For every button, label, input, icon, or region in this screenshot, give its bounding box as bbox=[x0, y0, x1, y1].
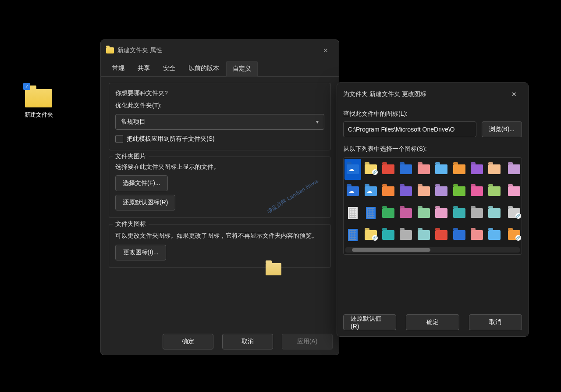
folder-picture-title: 文件夹图片 bbox=[113, 153, 149, 160]
icon-grid-container: 🔗🔗🔗🔗 bbox=[343, 157, 522, 255]
cancel-button[interactable]: 取消 bbox=[222, 334, 273, 349]
dialog-title: 为文件夹 新建文件夹 更改图标 bbox=[343, 90, 426, 98]
icon-option[interactable] bbox=[398, 181, 414, 202]
dialog-title: 新建文件夹 属性 bbox=[117, 46, 162, 54]
icon-option[interactable] bbox=[486, 225, 503, 246]
desktop-folder[interactable]: ✓ 新建文件夹 bbox=[21, 86, 56, 119]
icon-option[interactable] bbox=[486, 159, 503, 180]
icon-option[interactable] bbox=[451, 181, 467, 202]
icon-option[interactable] bbox=[362, 181, 379, 202]
tabs: 常规 共享 安全 以前的版本 自定义 bbox=[101, 61, 339, 77]
folder-type-prompt: 你想要哪种文件夹? bbox=[115, 89, 324, 97]
icon-option[interactable] bbox=[415, 181, 432, 202]
icon-option[interactable] bbox=[344, 159, 361, 180]
icon-option[interactable] bbox=[451, 159, 467, 180]
apply-subfolders-checkbox[interactable] bbox=[115, 135, 123, 143]
folder-icon-title: 文件夹图标 bbox=[113, 220, 149, 228]
folder-icon bbox=[106, 47, 114, 53]
icon-option[interactable] bbox=[415, 159, 432, 180]
folder-type-group: 你想要哪种文件夹? 优化此文件夹(T): 常规项目 ▾ 把此模板应用到所有子文件… bbox=[109, 83, 331, 150]
icon-option[interactable] bbox=[469, 203, 485, 224]
grid-label: 从以下列表中选择一个图标(S): bbox=[343, 145, 522, 153]
chevron-down-icon: ▾ bbox=[316, 119, 319, 125]
folder-icon-desc: 可以更改文件夹图标。如果更改了图标，它将不再显示文件夹内容的预览。 bbox=[115, 231, 324, 240]
browse-button[interactable]: 浏览(B)... bbox=[482, 121, 522, 137]
tab-share[interactable]: 共享 bbox=[131, 61, 156, 76]
icon-option[interactable] bbox=[398, 159, 414, 180]
folder-icon-group: 文件夹图标 可以更改文件夹图标。如果更改了图标，它将不再显示文件夹内容的预览。 … bbox=[109, 224, 331, 268]
folder-preview-icon bbox=[266, 263, 281, 275]
icon-option[interactable] bbox=[344, 203, 361, 224]
icon-option[interactable] bbox=[469, 225, 485, 246]
tab-security[interactable]: 安全 bbox=[157, 61, 181, 76]
icon-option[interactable] bbox=[433, 225, 450, 246]
close-button[interactable]: ✕ bbox=[506, 88, 522, 100]
icon-option[interactable]: 🔗 bbox=[504, 225, 521, 246]
icon-option[interactable] bbox=[344, 225, 361, 246]
close-button[interactable]: ✕ bbox=[318, 44, 334, 57]
apply-button[interactable]: 应用(A) bbox=[282, 334, 333, 349]
tab-customize-body: 你想要哪种文件夹? 优化此文件夹(T): 常规项目 ▾ 把此模板应用到所有子文件… bbox=[101, 77, 339, 280]
icon-option[interactable] bbox=[415, 203, 432, 224]
icon-option[interactable] bbox=[433, 203, 450, 224]
choose-file-button[interactable]: 选择文件(F)... bbox=[115, 175, 168, 191]
icon-option[interactable] bbox=[362, 203, 379, 224]
icon-option[interactable] bbox=[380, 159, 397, 180]
optimize-label: 优化此文件夹(T): bbox=[115, 102, 324, 110]
icon-option[interactable] bbox=[380, 203, 397, 224]
dialog-titlebar[interactable]: 为文件夹 新建文件夹 更改图标 ✕ bbox=[337, 83, 528, 106]
change-icon-dialog: 为文件夹 新建文件夹 更改图标 ✕ 查找此文件中的图标(L): C:\Progr… bbox=[337, 82, 529, 337]
cancel-button[interactable]: 取消 bbox=[469, 314, 522, 330]
icon-option[interactable] bbox=[398, 225, 414, 246]
checkmark-icon: ✓ bbox=[23, 83, 30, 90]
change-icon-button[interactable]: 更改图标(I)... bbox=[115, 245, 166, 260]
tab-customize[interactable]: 自定义 bbox=[226, 61, 258, 77]
icon-option[interactable] bbox=[451, 203, 467, 224]
icon-option[interactable] bbox=[344, 181, 361, 202]
icon-option[interactable] bbox=[486, 203, 503, 224]
horizontal-scrollbar[interactable] bbox=[345, 247, 520, 253]
properties-dialog: 新建文件夹 属性 ✕ 常规 共享 安全 以前的版本 自定义 你想要哪种文件夹? … bbox=[100, 39, 339, 355]
icon-option[interactable] bbox=[433, 181, 450, 202]
combo-value: 常规项目 bbox=[121, 118, 146, 126]
icon-option[interactable] bbox=[469, 159, 485, 180]
icon-option[interactable] bbox=[504, 181, 521, 202]
icon-option[interactable] bbox=[398, 203, 414, 224]
icon-option[interactable]: 🔗 bbox=[362, 159, 379, 180]
folder-icon: ✓ bbox=[25, 86, 52, 107]
optimize-combo[interactable]: 常规项目 ▾ bbox=[115, 114, 324, 130]
restore-defaults-button[interactable]: 还原默认值(R) bbox=[343, 314, 396, 330]
icon-option[interactable]: 🔗 bbox=[362, 225, 379, 246]
icon-option[interactable] bbox=[486, 181, 503, 202]
restore-default-picture-button[interactable]: 还原默认图标(R) bbox=[115, 195, 175, 210]
path-input[interactable]: C:\Program Files\Microsoft OneDrive\O bbox=[343, 121, 476, 137]
folder-picture-desc: 选择要在此文件夹图标上显示的文件。 bbox=[115, 163, 324, 171]
ok-button[interactable]: 确定 bbox=[163, 334, 213, 349]
ok-button[interactable]: 确定 bbox=[406, 314, 459, 330]
change-icon-footer: 还原默认值(R) 确定 取消 bbox=[343, 314, 522, 330]
icon-option[interactable] bbox=[433, 159, 450, 180]
properties-footer: 确定 取消 应用(A) bbox=[163, 334, 333, 349]
icon-option[interactable] bbox=[451, 225, 467, 246]
tab-previous-versions[interactable]: 以前的版本 bbox=[182, 61, 225, 76]
icon-option[interactable] bbox=[415, 225, 432, 246]
folder-picture-group: 文件夹图片 选择要在此文件夹图标上显示的文件。 选择文件(F)... 还原默认图… bbox=[109, 157, 331, 218]
icon-option[interactable] bbox=[380, 225, 397, 246]
icon-option[interactable]: 🔗 bbox=[504, 203, 521, 224]
dialog-titlebar[interactable]: 新建文件夹 属性 ✕ bbox=[101, 40, 339, 59]
icon-grid[interactable]: 🔗🔗🔗🔗 bbox=[344, 159, 521, 246]
icon-option[interactable] bbox=[380, 181, 397, 202]
apply-subfolders-label: 把此模板应用到所有子文件夹(S) bbox=[127, 135, 215, 143]
icon-option[interactable] bbox=[504, 159, 521, 180]
tab-general[interactable]: 常规 bbox=[106, 61, 131, 76]
path-label: 查找此文件中的图标(L): bbox=[343, 110, 522, 118]
icon-option[interactable] bbox=[469, 181, 485, 202]
desktop-folder-label: 新建文件夹 bbox=[21, 111, 56, 119]
